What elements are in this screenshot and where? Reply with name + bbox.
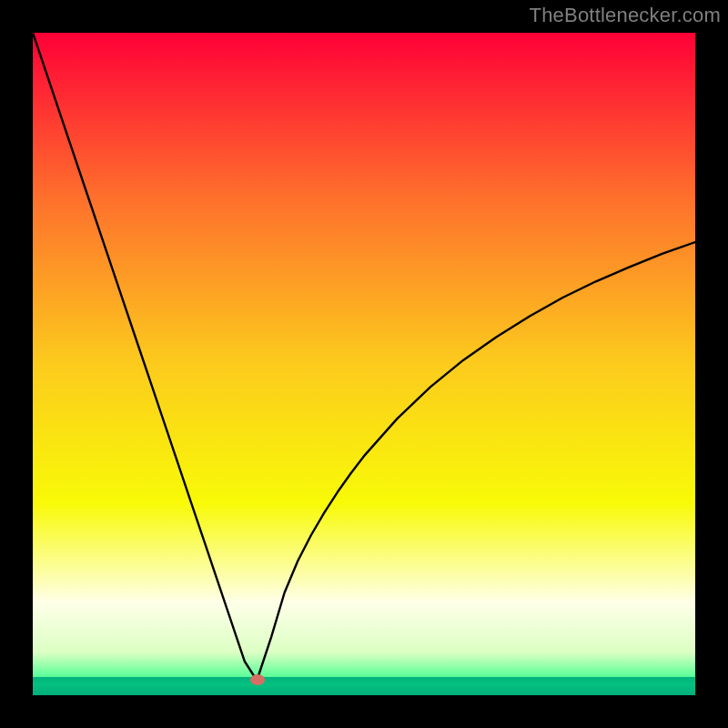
- plot-background: [33, 33, 695, 695]
- chart-stage: TheBottlenecker.com: [0, 0, 728, 728]
- plot-bottom-strip: [33, 677, 695, 695]
- watermark: TheBottlenecker.com: [530, 4, 721, 27]
- marker-dot: [250, 674, 265, 685]
- bottleneck-chart: [0, 0, 728, 728]
